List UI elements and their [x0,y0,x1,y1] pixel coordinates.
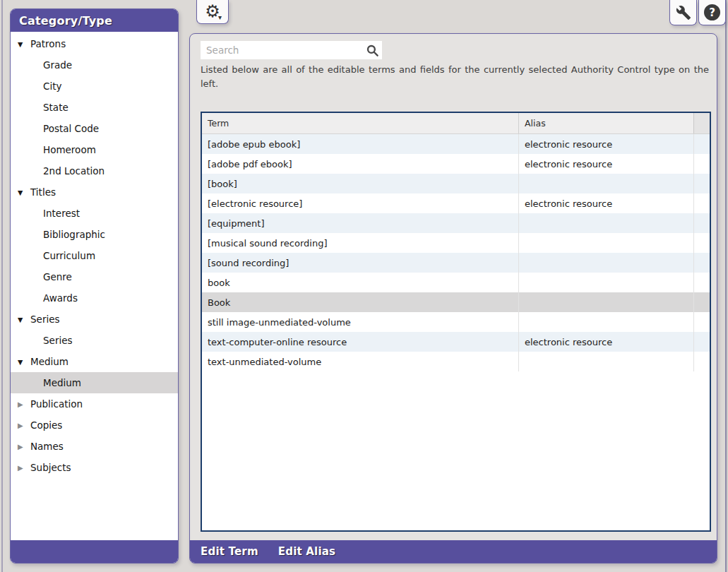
table-row[interactable]: [sound recording] [202,253,710,273]
sidebar-footer-bar [11,540,178,563]
sidebar-item-awards[interactable]: Awards [11,287,178,309]
sidebar-item-bibliographic[interactable]: Bibliographic [11,224,178,245]
sidebar-item-2nd-location[interactable]: 2nd Location [11,160,178,181]
sidebar-item-label: Publication [30,398,83,410]
search-icon[interactable] [362,44,382,57]
caret-down-icon: ▾ [218,13,222,21]
triangle-right-icon[interactable]: ▶ [16,422,30,429]
column-header-spare [693,113,710,133]
sidebar-group-series[interactable]: ▼Series [11,309,178,330]
sidebar-group-medium[interactable]: ▼Medium [11,351,178,372]
spare-cell [693,193,710,213]
action-bar: Edit Term Edit Alias [190,540,717,563]
sidebar-item-label: City [43,81,61,92]
edit-alias-button[interactable]: Edit Alias [278,545,335,558]
term-cell: Book [202,292,518,312]
alias-cell: electronic resource [518,193,693,213]
spare-cell [693,292,710,312]
sidebar-item-label: Titles [30,186,56,198]
triangle-down-icon[interactable]: ▼ [16,316,30,323]
spare-cell [693,352,710,371]
sidebar-item-label: Postal Code [43,123,99,134]
sidebar-group-copies[interactable]: ▶Copies [11,415,178,436]
triangle-right-icon[interactable]: ▶ [16,443,30,451]
sidebar-item-label: Series [43,335,73,346]
term-cell: text-unmediated-volume [202,352,518,371]
triangle-right-icon[interactable]: ▶ [16,400,30,408]
term-cell: text-computer-online resource [202,332,518,352]
term-cell: [sound recording] [202,253,518,273]
actions-menu-button[interactable]: ⚙ ▾ [196,0,229,24]
edit-term-button[interactable]: Edit Term [201,545,258,558]
table-row[interactable]: text-unmediated-volume [202,352,710,371]
spare-cell [693,332,710,352]
table-row[interactable]: Book [202,292,710,312]
sidebar-item-label: State [43,102,68,113]
window-left-edge [1,0,3,572]
table-header-row: Term Alias [202,113,710,134]
triangle-down-icon[interactable]: ▼ [16,358,30,366]
sidebar-item-label: Awards [43,292,78,304]
sidebar-item-label: Genre [43,271,72,282]
spare-cell [693,174,710,193]
alias-cell [518,213,693,233]
sidebar-group-patrons[interactable]: ▼Patrons [11,33,178,54]
sidebar-item-interest[interactable]: Interest [11,203,178,224]
sidebar-item-label: Medium [43,377,81,388]
alias-cell [518,273,693,292]
sidebar-item-label: Medium [30,356,68,367]
alias-cell [518,352,693,371]
spare-cell [693,253,710,273]
term-cell: [musical sound recording] [202,233,518,253]
sidebar-item-label: Curriculum [43,250,95,261]
alias-cell: electronic resource [518,332,693,352]
search-input[interactable] [201,44,362,56]
sidebar-item-label: Patrons [30,38,66,49]
sidebar-item-label: Bibliographic [43,229,105,240]
sidebar-item-grade[interactable]: Grade [11,54,178,76]
term-cell: [electronic resource] [202,193,518,213]
term-cell: [adobe pdf ebook] [202,154,518,174]
term-cell: still image-unmediated-volume [202,312,518,332]
table-row[interactable]: [adobe epub ebook]electronic resource [202,134,710,154]
category-type-panel: Category/Type ▼PatronsGradeCityStatePost… [10,8,179,564]
sidebar-item-homeroom[interactable]: Homeroom [11,139,178,160]
alias-cell: electronic resource [518,134,693,154]
term-cell: book [202,273,518,292]
spare-cell [693,154,710,174]
help-button[interactable]: ? [698,0,726,25]
description-text: Listed below are all of the editable ter… [201,63,709,90]
sidebar-group-subjects[interactable]: ▶Subjects [11,457,178,478]
triangle-down-icon[interactable]: ▼ [16,40,30,48]
table-row[interactable]: [adobe pdf ebook]electronic resource [202,154,710,174]
table-row[interactable]: still image-unmediated-volume [202,312,710,332]
category-tree: ▼PatronsGradeCityStatePostal CodeHomeroo… [11,32,178,478]
sidebar-item-city[interactable]: City [11,76,178,97]
column-header-alias[interactable]: Alias [518,113,693,133]
sidebar-item-label: Homeroom [43,144,96,155]
table-row[interactable]: text-computer-online resourceelectronic … [202,332,710,352]
sidebar-item-genre[interactable]: Genre [11,266,178,287]
sidebar-item-curriculum[interactable]: Curriculum [11,245,178,266]
sidebar-group-titles[interactable]: ▼Titles [11,181,178,203]
sidebar-item-series[interactable]: Series [11,330,178,351]
table-row[interactable]: [book] [202,174,710,193]
spare-cell [693,312,710,332]
sidebar-group-names[interactable]: ▶Names [11,436,178,457]
table-row[interactable]: [electronic resource]electronic resource [202,193,710,213]
column-header-term[interactable]: Term [202,113,518,133]
table-row[interactable]: [musical sound recording] [202,233,710,253]
tools-button[interactable] [669,0,697,25]
table-row[interactable]: [equipment] [202,213,710,233]
sidebar-item-label: Copies [30,419,62,431]
sidebar-item-label: Grade [43,59,72,71]
sidebar-item-state[interactable]: State [11,97,178,118]
triangle-right-icon[interactable]: ▶ [16,464,30,472]
sidebar-item-postal-code[interactable]: Postal Code [11,118,178,139]
sidebar-group-publication[interactable]: ▶Publication [11,393,178,415]
sidebar-item-label: 2nd Location [43,165,105,177]
search-box [201,41,382,59]
triangle-down-icon[interactable]: ▼ [16,189,30,196]
sidebar-item-medium[interactable]: Medium [11,372,178,393]
table-row[interactable]: book [202,273,710,292]
